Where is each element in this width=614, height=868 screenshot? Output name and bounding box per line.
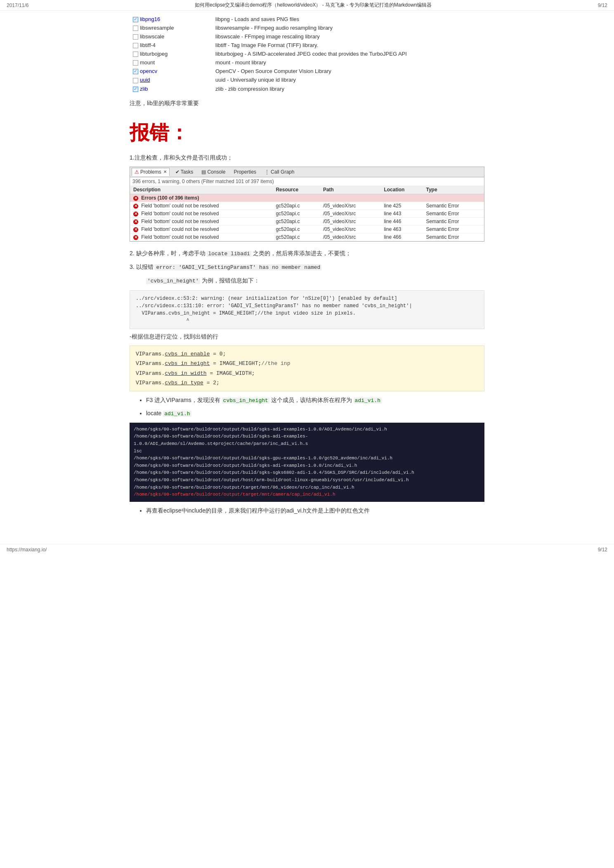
tab-problems[interactable]: ⚠ Problems ✕ (132, 168, 170, 176)
row-path: /05_videoX/src (320, 217, 381, 225)
lib-name-cell: libtiff-4 (130, 41, 212, 49)
col-path: Path (320, 186, 381, 194)
table-row: ✕ Field 'bottom' could not be resolved g… (130, 233, 484, 241)
checkbox-icon[interactable] (133, 43, 138, 48)
lib-row: libswscalelibswscale - FFmpeg image resc… (130, 32, 484, 41)
checkbox-icon[interactable] (133, 52, 138, 57)
lib-name[interactable]: opencv (140, 68, 157, 74)
file-line: lsc (134, 448, 480, 455)
lib-desc-cell: libswresample - FFmpeg audio resampling … (212, 24, 484, 32)
lib-row: zlibzlib - zlib compression library (130, 85, 484, 93)
tab-callgraph[interactable]: ⋮ Call Graph (262, 168, 297, 176)
tab-console-label: Console (207, 169, 225, 175)
col-location: Location (380, 186, 423, 194)
lib-name-cell: zlib (130, 85, 212, 93)
lib-name: uuid (140, 77, 150, 83)
step2-prefix: 2. 缺少各种库，时，考虑手动 (130, 250, 207, 256)
row-location: line 463 (380, 225, 423, 233)
lib-row: opencvOpenCV - Open Source Computer Visi… (130, 67, 484, 75)
lib-desc-cell: libpng - Loads and saves PNG files (212, 15, 484, 24)
row-location: line 446 (380, 217, 423, 225)
step2-text: 2. 缺少各种库，时，考虑手动 locate libadi 之类的，然后将库添加… (130, 248, 484, 259)
step3-suffix: 为例，报错信息如下： (200, 277, 260, 284)
lib-name-cell: libturbojpeg (130, 49, 212, 58)
row-location: line 443 (380, 209, 423, 217)
locate-instruction: -根据信息进行定位，找到出错的行 (130, 333, 484, 341)
row-resource: gc520api.c (272, 209, 320, 217)
lib-row: libswresamplelibswresample - FFmpeg audi… (130, 24, 484, 32)
lib-row: libpng16libpng - Loads and saves PNG fil… (130, 15, 484, 24)
lib-name[interactable]: zlib (140, 86, 148, 92)
checkbox-icon[interactable] (133, 34, 138, 40)
bullet-list: F3 进入VIParams，发现没有 cvbs_in_height 这个成员，该… (130, 395, 484, 419)
row-resource: gc520api.c (272, 202, 320, 209)
lib-name: mount (140, 59, 155, 66)
tab-properties[interactable]: Properties (231, 168, 259, 176)
step2-suffix: 之类的，然后将库添加进去，不要慌； (251, 250, 351, 256)
row-resource: gc520api.c (272, 233, 320, 241)
row-path: /05_videoX/src (320, 233, 381, 241)
row-type: Semantic Error (423, 209, 484, 217)
lib-name[interactable]: libpng16 (140, 16, 160, 22)
lib-row: uuiduuid - Universally unique id library (130, 75, 484, 84)
error-heading: 报错： (130, 120, 484, 146)
bullet1-code1: cvbs_in_height (222, 398, 269, 404)
note-text: 注意，lib里的顺序非常重要 (130, 100, 484, 107)
checkbox-icon[interactable] (133, 69, 138, 74)
col-resource: Resource (272, 186, 320, 194)
problems-panel: ⚠ Problems ✕ ✔ Tasks ▤ Console Propertie… (130, 167, 484, 242)
checkbox-icon[interactable] (133, 87, 138, 92)
file-terminal: /home/sgks/00-software/buildroot/output/… (130, 423, 484, 502)
step3-code2: 'cvbs_in_height' (146, 278, 200, 284)
checkbox-icon[interactable] (133, 60, 138, 66)
row-type: Semantic Error (423, 217, 484, 225)
row-path: /05_videoX/src (320, 202, 381, 209)
table-row: ✕ Field 'bottom' could not be resolved g… (130, 209, 484, 217)
code-line-4: VIParams.cvbs_in_type = 2; (136, 378, 478, 388)
console-icon: ▤ (201, 169, 206, 175)
checkbox-icon[interactable] (133, 17, 138, 22)
code-line-3: VIParams.cvbs_in_width = IMAGE_WIDTH; (136, 369, 478, 378)
tab-bar: ⚠ Problems ✕ ✔ Tasks ▤ Console Propertie… (130, 167, 484, 177)
checkbox-icon[interactable] (133, 26, 138, 31)
lib-desc-cell: uuid - Universally unique id library (212, 75, 484, 84)
row-desc: ✕ Field 'bottom' could not be resolved (130, 225, 272, 233)
error-group-label: ✕ Errors (100 of 396 items) (130, 194, 484, 202)
file-line: /home/sgks/00-software/buildroot/output/… (134, 462, 480, 470)
col-type: Type (423, 186, 484, 194)
lib-desc-cell: zlib - zlib compression library (212, 85, 484, 93)
row-location: line 466 (380, 233, 423, 241)
lib-row: libturbojpeglibturbojpeg - A SIMD-accele… (130, 49, 484, 58)
lib-desc-cell: libtiff - Tag Image File Format (TIFF) l… (212, 41, 484, 49)
step3-code2-line: 'cvbs_in_height' 为例，报错信息如下： (130, 275, 484, 286)
final-note-text: 再查看eclipse中include的目录，原来我们程序中运行的adi_vi.h… (146, 507, 370, 514)
file-line: /home/sgks/00-software/buildroot/output/… (134, 484, 480, 492)
error-icon: ✕ (133, 227, 138, 232)
filter-text: 396 errors, 1 warning, 0 others (Filter … (130, 177, 484, 186)
tab-tasks[interactable]: ✔ Tasks (173, 168, 196, 176)
step3-text: 3. 以报错 error: 'GADI_VI_SettingParamsT' h… (130, 262, 484, 272)
tab-close-icon[interactable]: ✕ (163, 169, 167, 174)
lib-name-cell: mount (130, 58, 212, 67)
bullet1-mid: 这个成员，该结构体所在程序为 (269, 397, 354, 403)
row-desc: ✕ Field 'bottom' could not be resolved (130, 233, 272, 241)
terminal-output: ../src/videox.c:53:2: warning: (near ini… (130, 290, 484, 329)
lib-desc-cell: libswscale - FFmpeg image rescaling libr… (212, 32, 484, 41)
file-line: /home/sgks/00-software/buildroot/output/… (134, 455, 480, 462)
checkbox-icon[interactable] (133, 78, 138, 83)
col-description: Description (130, 186, 272, 194)
bullet2-prefix: locate (146, 410, 163, 416)
lib-name-cell: libswscale (130, 32, 212, 41)
lib-name: libtiff-4 (140, 42, 156, 48)
file-line: /home/sgks/00-software/buildroot/output/… (134, 426, 480, 433)
file-line: /home/sgks/00-software/buildroot/output/… (134, 433, 480, 447)
file-line: /home/sgks/00-software/buildroot/output/… (134, 469, 480, 477)
bottom-url: https://maxiang.io/ (7, 547, 47, 553)
bottom-bar: https://maxiang.io/ 9/12 (0, 544, 614, 555)
error-icon: ✕ (133, 212, 138, 216)
lib-name: libswresample (140, 25, 174, 31)
bullet-item-2: locate adi_vi.h (146, 409, 484, 419)
tab-console[interactable]: ▤ Console (199, 168, 228, 176)
tab-problems-label: Problems (140, 169, 161, 175)
lib-name-cell: uuid (130, 75, 212, 84)
